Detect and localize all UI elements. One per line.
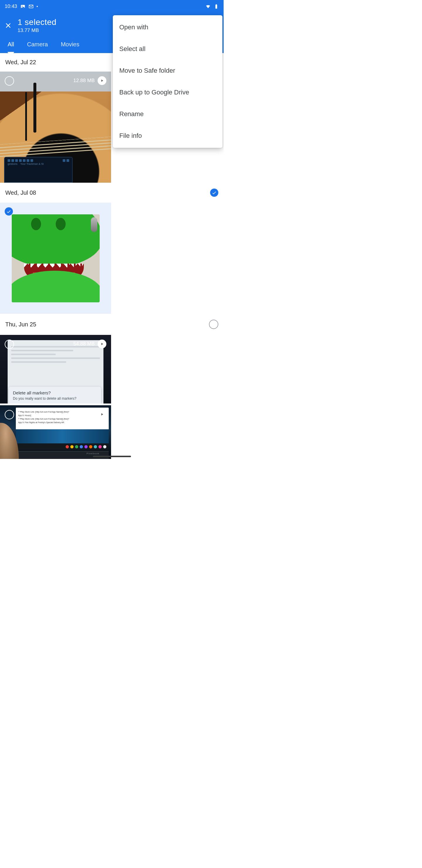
- svg-point-1: [22, 6, 23, 7]
- status-time: 10:43: [5, 3, 17, 9]
- thumbnail-detail: gestions Your Trackman & St: [4, 157, 73, 183]
- file-size-label: 54.88 MB: [73, 341, 95, 347]
- file-size-label: 12.88 MB: [73, 78, 95, 84]
- media-thumbnail[interactable]: 54.88 MB Delete all markers? Do you real…: [0, 335, 111, 403]
- nav-gesture-handle[interactable]: [93, 456, 131, 457]
- dialog-title: Delete all markers?: [13, 390, 97, 395]
- menu-safe-folder[interactable]: Move to Safe folder: [113, 60, 222, 82]
- status-bar: 10:43: [0, 0, 224, 13]
- thumbnail-image: [12, 214, 100, 302]
- section-select-ring-icon[interactable]: [209, 320, 218, 329]
- date-label: Wed, Jul 22: [5, 59, 36, 66]
- selection-ring-icon[interactable]: [5, 410, 14, 419]
- tab-movies[interactable]: Movies: [61, 41, 79, 53]
- date-section-header: Wed, Jul 08: [0, 183, 224, 203]
- notification-dot-icon: [37, 6, 38, 7]
- selection-ring-icon[interactable]: [5, 76, 14, 86]
- media-thumbnail[interactable]: [0, 203, 111, 314]
- photo-app-icon: [20, 4, 26, 9]
- gmail-icon: [28, 4, 34, 9]
- selection-ring-icon[interactable]: [5, 340, 14, 349]
- svg-rect-3: [216, 5, 217, 9]
- date-label: Thu, Jun 25: [5, 321, 36, 328]
- file-size-label: 59.26 MB: [73, 411, 95, 417]
- dialog-body: Do you really want to delete all markers…: [13, 397, 97, 401]
- selection-size: 13.77 MB: [18, 28, 57, 33]
- date-section-header: Thu, Jun 25: [0, 314, 224, 335]
- menu-open-with[interactable]: Open with: [113, 17, 222, 38]
- wifi-icon: [205, 4, 211, 9]
- tab-camera[interactable]: Camera: [27, 41, 48, 53]
- menu-rename[interactable]: Rename: [113, 103, 222, 125]
- close-selection-button[interactable]: [5, 22, 12, 29]
- section-selected-check-icon[interactable]: [210, 189, 218, 197]
- play-icon: [98, 340, 106, 348]
- play-icon: [98, 76, 106, 85]
- media-thumbnail[interactable]: 12.88 MB gestions Your Trackman & St: [0, 71, 111, 183]
- item-selected-check-icon[interactable]: [5, 207, 13, 216]
- play-icon: [98, 410, 106, 419]
- tab-all[interactable]: All: [8, 41, 14, 53]
- svg-rect-4: [216, 4, 217, 5]
- thumbnail-dialog: Delete all markers? Do you really want t…: [9, 387, 101, 403]
- battery-icon: [214, 4, 219, 9]
- date-label: Wed, Jul 08: [5, 189, 36, 196]
- menu-select-all[interactable]: Select all: [113, 38, 222, 60]
- overflow-menu: Open with Select all Move to Safe folder…: [113, 15, 222, 148]
- brand-label: Pixelbook: [87, 452, 99, 455]
- selection-count: 1 selected: [18, 18, 57, 27]
- media-thumbnail[interactable]: * *Play Store Link: [http://url.com Full…: [0, 405, 111, 459]
- menu-backup-drive[interactable]: Back up to Google Drive: [113, 82, 222, 103]
- menu-file-info[interactable]: File info: [113, 125, 222, 147]
